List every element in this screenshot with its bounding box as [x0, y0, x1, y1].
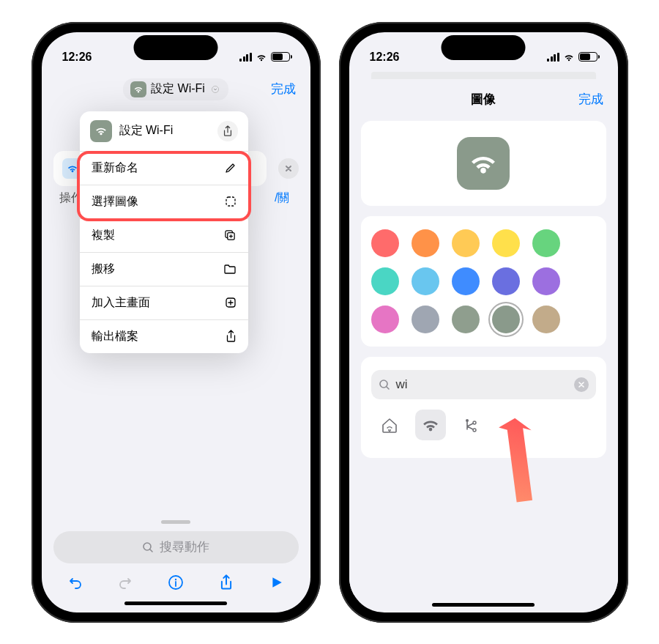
wifi-icon: [468, 152, 499, 174]
popover-title: 設定 Wi-Fi: [119, 123, 210, 138]
sheet-header: 圖像 完成: [349, 82, 618, 116]
plus-square-icon: [225, 297, 237, 308]
status-right: [547, 52, 597, 62]
phone-left: 12:26 設定 Wi-Fi 完成: [31, 22, 321, 623]
background-sheet-hint: [371, 72, 596, 79]
header-bar: 設定 Wi-Fi 完成: [42, 72, 310, 107]
icon-preview: [457, 137, 510, 190]
svg-point-6: [175, 578, 176, 580]
dynamic-island: [442, 35, 526, 60]
share-button[interactable]: [217, 574, 235, 591]
menu-item-rename[interactable]: 重新命名: [80, 152, 248, 185]
menu-item-duplicate[interactable]: 複製: [80, 219, 248, 253]
svg-point-10: [473, 429, 476, 432]
menu-item-choose-image[interactable]: 選擇圖像: [80, 185, 248, 219]
wifi-icon: [130, 81, 146, 97]
dynamic-island: [134, 35, 218, 60]
battery-icon: [271, 52, 290, 62]
duplicate-icon: [224, 229, 237, 242]
wifi-status-icon: [256, 53, 267, 62]
folder-icon: [223, 264, 237, 275]
info-button[interactable]: [167, 574, 185, 591]
glyph-search-card: wi: [361, 357, 606, 458]
color-swatch[interactable]: [452, 229, 480, 257]
search-value: wi: [396, 377, 408, 392]
menu-item-export[interactable]: 輸出檔案: [80, 320, 248, 353]
status-time: 12:26: [62, 51, 92, 64]
icon-preview-card: [361, 121, 606, 206]
menu-item-add-to-home[interactable]: 加入主畫面: [80, 286, 248, 320]
done-button[interactable]: 完成: [271, 81, 296, 97]
home-wifi-icon[interactable]: [374, 410, 405, 440]
screen-left: 12:26 設定 Wi-Fi 完成: [42, 32, 310, 612]
menu-item-label: 加入主畫面: [92, 295, 150, 311]
status-right: [239, 52, 290, 62]
cellular-icon: [547, 53, 559, 62]
color-swatch[interactable]: [412, 229, 439, 257]
wifi-icon: [90, 120, 112, 142]
wifi-status-icon: [563, 53, 575, 62]
glyph-search-field[interactable]: wi: [371, 370, 596, 399]
cellular-icon: [239, 53, 252, 62]
done-button[interactable]: 完成: [578, 91, 603, 108]
menu-item-label: 選擇圖像: [92, 194, 138, 210]
menu-item-label: 重新命名: [92, 160, 138, 176]
color-swatch[interactable]: [412, 306, 439, 333]
run-button[interactable]: [268, 574, 286, 591]
color-swatch[interactable]: [492, 229, 520, 257]
share-button[interactable]: [217, 121, 238, 141]
bottom-area: 搜尋動作: [42, 520, 310, 605]
color-swatch[interactable]: [371, 306, 399, 333]
menu-item-label: 搬移: [92, 262, 115, 277]
screen-right: 12:26 圖像 完成: [349, 32, 618, 612]
search-icon: [379, 379, 390, 391]
svg-rect-1: [226, 197, 235, 206]
chevron-down-icon: [209, 84, 221, 95]
shortcut-title: 設定 Wi-Fi: [151, 81, 205, 97]
search-actions-field[interactable]: 搜尋動作: [53, 531, 299, 563]
color-swatch[interactable]: [492, 306, 520, 333]
color-swatch[interactable]: [532, 229, 560, 257]
sheet-grabber[interactable]: [161, 520, 190, 524]
menu-item-move[interactable]: 搬移: [80, 253, 248, 286]
pencil-icon: [225, 162, 237, 174]
color-swatch[interactable]: [371, 267, 399, 295]
color-swatch[interactable]: [492, 267, 520, 295]
home-indicator: [124, 602, 227, 605]
search-icon: [142, 541, 154, 553]
color-swatch[interactable]: [452, 306, 480, 333]
share-icon: [226, 330, 237, 343]
context-menu-popover: 設定 Wi-Fi 重新命名 選擇圖像: [80, 111, 248, 353]
svg-point-0: [212, 86, 218, 92]
redo-button[interactable]: [116, 574, 134, 591]
clear-icon[interactable]: [574, 377, 589, 392]
status-time: 12:26: [370, 51, 400, 64]
battery-icon: [578, 52, 597, 62]
wifi-icon[interactable]: [415, 410, 446, 440]
satellite-icon[interactable]: [456, 410, 487, 440]
color-picker-card: [361, 216, 606, 347]
color-swatch[interactable]: [452, 267, 480, 295]
svg-point-9: [473, 421, 476, 424]
color-swatch[interactable]: [371, 229, 399, 257]
undo-button[interactable]: [67, 574, 84, 591]
menu-item-label: 輸出檔案: [92, 329, 138, 344]
home-indicator: [432, 603, 535, 607]
color-swatch[interactable]: [412, 267, 439, 295]
search-placeholder: 搜尋動作: [160, 538, 209, 555]
menu-item-label: 複製: [92, 228, 115, 243]
dashed-square-icon: [225, 196, 237, 207]
popover-header: 設定 Wi-Fi: [80, 111, 248, 152]
color-swatch[interactable]: [532, 306, 560, 333]
bottom-toolbar: [53, 563, 299, 599]
shortcut-title-pill[interactable]: 設定 Wi-Fi: [123, 78, 228, 100]
sheet-title: 圖像: [471, 92, 496, 106]
color-swatch[interactable]: [532, 267, 560, 295]
phone-right: 12:26 圖像 完成: [339, 22, 628, 623]
